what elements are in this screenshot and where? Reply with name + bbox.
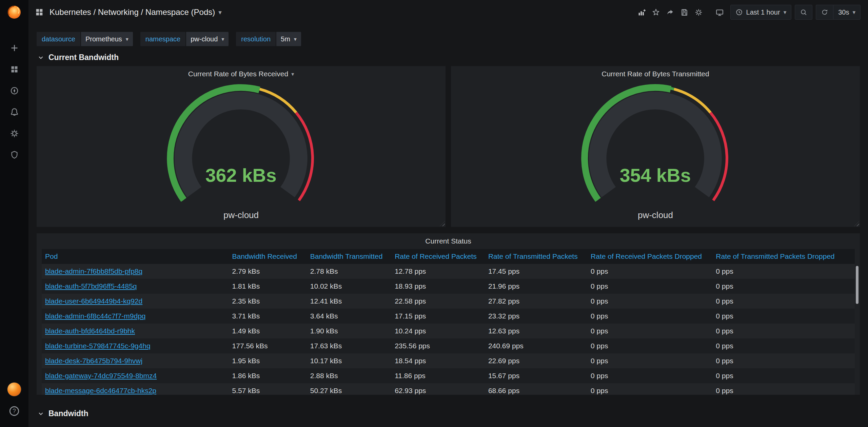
sidebar-item-create[interactable] bbox=[10, 43, 19, 53]
metric-cell: 2.79 kBs bbox=[229, 264, 307, 279]
section-current-bandwidth[interactable]: Current Bandwidth bbox=[37, 46, 860, 66]
metric-cell: 1.90 kBs bbox=[307, 324, 391, 338]
column-header[interactable]: Rate of Transmitted Packets bbox=[485, 249, 587, 264]
refresh-interval-label: 30s bbox=[838, 8, 849, 16]
pod-link[interactable]: blade-auth-5f7bd96ff5-4485q bbox=[45, 282, 137, 290]
grafana-logo[interactable] bbox=[0, 0, 28, 24]
column-header[interactable]: Rate of Received Packets Dropped bbox=[587, 249, 712, 264]
variable-namespace: namespace pw-cloud ▾ bbox=[140, 32, 229, 46]
refresh-interval-picker[interactable]: 30s ▾ bbox=[833, 5, 861, 20]
scrollbar-thumb[interactable] bbox=[856, 266, 859, 304]
grafana-logo-icon bbox=[7, 5, 22, 20]
panel-title: Current Rate of Bytes Transmitted bbox=[601, 70, 709, 78]
metric-cell: 11.86 pps bbox=[391, 368, 485, 383]
chevron-down-icon: ▾ bbox=[294, 36, 297, 42]
panel-title[interactable]: Current Status bbox=[37, 233, 860, 249]
refresh-button[interactable] bbox=[816, 5, 833, 20]
sidebar-item-alerting[interactable] bbox=[10, 108, 19, 117]
cycle-view-button[interactable] bbox=[713, 5, 727, 19]
gauge-value: 354 kBs bbox=[620, 165, 691, 186]
refresh-controls: 30s ▾ bbox=[816, 5, 861, 20]
metric-cell: 0 pps bbox=[712, 294, 855, 309]
sidebar-item-dashboards[interactable] bbox=[10, 65, 19, 74]
gauge-series-label: pw-cloud bbox=[638, 210, 673, 220]
metric-cell: 12.41 kBs bbox=[307, 294, 391, 309]
compass-icon bbox=[10, 86, 19, 95]
sidebar-item-configuration[interactable] bbox=[10, 129, 19, 138]
table-scrollbar[interactable] bbox=[856, 266, 859, 390]
dashboard-settings-button[interactable] bbox=[692, 5, 706, 19]
metric-cell: 15.67 pps bbox=[485, 368, 587, 383]
pod-cell: blade-auth-bfd6464bd-r9bhk bbox=[42, 324, 229, 338]
table-row: blade-desk-7b6475b794-9hvwj1.95 kBs10.17… bbox=[42, 353, 855, 368]
pod-link[interactable]: blade-auth-bfd6464bd-r9bhk bbox=[45, 327, 135, 335]
chevron-down-icon: ▾ bbox=[852, 9, 855, 16]
panel-header[interactable]: Current Rate of Bytes Transmitted bbox=[451, 66, 860, 82]
metric-cell: 17.45 pps bbox=[485, 264, 587, 279]
share-button[interactable] bbox=[663, 5, 677, 19]
sidebar-item-server-admin[interactable] bbox=[10, 150, 19, 159]
column-header[interactable]: Bandwidth Transmitted bbox=[307, 249, 391, 264]
chevron-down-icon[interactable]: ▾ bbox=[218, 8, 222, 16]
clock-icon bbox=[735, 8, 743, 16]
metric-cell: 10.17 kBs bbox=[307, 353, 391, 368]
time-range-picker[interactable]: Last 1 hour ▾ bbox=[730, 5, 792, 20]
variable-value-dropdown[interactable]: Prometheus ▾ bbox=[81, 32, 133, 46]
variable-value-dropdown[interactable]: pw-cloud ▾ bbox=[186, 32, 229, 46]
pod-link[interactable]: blade-user-6b649449b4-kq92d bbox=[45, 297, 142, 305]
user-avatar[interactable] bbox=[7, 382, 21, 396]
panel-header[interactable]: Current Rate of Bytes Received ▾ bbox=[37, 66, 446, 82]
section-bandwidth[interactable]: Bandwidth bbox=[37, 395, 860, 422]
pod-cell: blade-admin-6f8c44c7f7-m9dpq bbox=[42, 309, 229, 324]
metric-cell: 240.69 pps bbox=[485, 338, 587, 353]
gauge-panels-row: Current Rate of Bytes Received ▾ 362 kBs… bbox=[37, 66, 860, 227]
panel-bytes-received: Current Rate of Bytes Received ▾ 362 kBs… bbox=[37, 66, 446, 227]
column-header[interactable]: Pod bbox=[42, 249, 229, 264]
add-panel-button[interactable] bbox=[635, 5, 649, 19]
time-range-label: Last 1 hour bbox=[746, 8, 780, 16]
topbar-actions: Last 1 hour ▾ 30s ▾ bbox=[635, 5, 861, 20]
question-icon: ? bbox=[8, 405, 20, 417]
column-header[interactable]: Bandwidth Received bbox=[229, 249, 307, 264]
pod-link[interactable]: blade-desk-7b6475b794-9hvwj bbox=[45, 357, 142, 365]
share-icon bbox=[666, 8, 674, 17]
metric-cell: 2.35 kBs bbox=[229, 294, 307, 309]
column-header[interactable]: Rate of Received Packets bbox=[391, 249, 485, 264]
metric-cell: 0 pps bbox=[587, 368, 712, 383]
panel-resize-handle[interactable] bbox=[854, 221, 859, 226]
metric-cell: 10.02 kBs bbox=[307, 279, 391, 294]
metric-cell: 3.71 kBs bbox=[229, 309, 307, 324]
panel-resize-handle[interactable] bbox=[440, 221, 445, 226]
column-header[interactable]: Rate of Transmitted Packets Dropped bbox=[712, 249, 855, 264]
help-button[interactable]: ? bbox=[8, 405, 20, 417]
metric-cell: 0 pps bbox=[712, 309, 855, 324]
pod-link[interactable]: blade-admin-7f6bb8f5db-pfp8q bbox=[45, 267, 142, 275]
metric-cell: 0 pps bbox=[712, 383, 855, 395]
star-button[interactable] bbox=[649, 5, 663, 19]
dashboard-title[interactable]: Kubernetes / Networking / Namespace (Pod… bbox=[50, 7, 215, 17]
pod-link[interactable]: blade-gateway-74dc975549-8bmz4 bbox=[45, 372, 157, 380]
zoom-out-time-button[interactable] bbox=[795, 5, 812, 20]
metric-cell: 0 pps bbox=[712, 338, 855, 353]
table-row: blade-auth-bfd6464bd-r9bhk1.49 kBs1.90 k… bbox=[42, 324, 855, 338]
variable-value-text: 5m bbox=[281, 35, 290, 43]
table-row: blade-user-6b649449b4-kq92d2.35 kBs12.41… bbox=[42, 294, 855, 309]
pod-cell: blade-gateway-74dc975549-8bmz4 bbox=[42, 368, 229, 383]
pod-link[interactable]: blade-message-6dc46477cb-hks2p bbox=[45, 387, 156, 394]
sidebar-item-explore[interactable] bbox=[10, 86, 19, 95]
pod-link[interactable]: blade-turbine-579847745c-9g4hq bbox=[45, 342, 151, 350]
refresh-icon bbox=[821, 8, 828, 16]
metric-cell: 235.56 pps bbox=[391, 338, 485, 353]
save-icon bbox=[680, 8, 689, 17]
plus-icon bbox=[10, 43, 19, 53]
dashboards-grid-icon bbox=[10, 65, 19, 74]
table-row: blade-message-6dc46477cb-hks2p5.57 kBs50… bbox=[42, 383, 855, 395]
metric-cell: 0 pps bbox=[712, 264, 855, 279]
variable-resolution: resolution 5m ▾ bbox=[236, 32, 301, 46]
table-header-row: PodBandwidth ReceivedBandwidth Transmitt… bbox=[42, 249, 855, 264]
pod-link[interactable]: blade-admin-6f8c44c7f7-m9dpq bbox=[45, 312, 146, 320]
metric-cell: 5.57 kBs bbox=[229, 383, 307, 395]
save-button[interactable] bbox=[677, 5, 692, 19]
variable-value-dropdown[interactable]: 5m ▾ bbox=[276, 32, 301, 46]
svg-text:?: ? bbox=[13, 408, 16, 414]
